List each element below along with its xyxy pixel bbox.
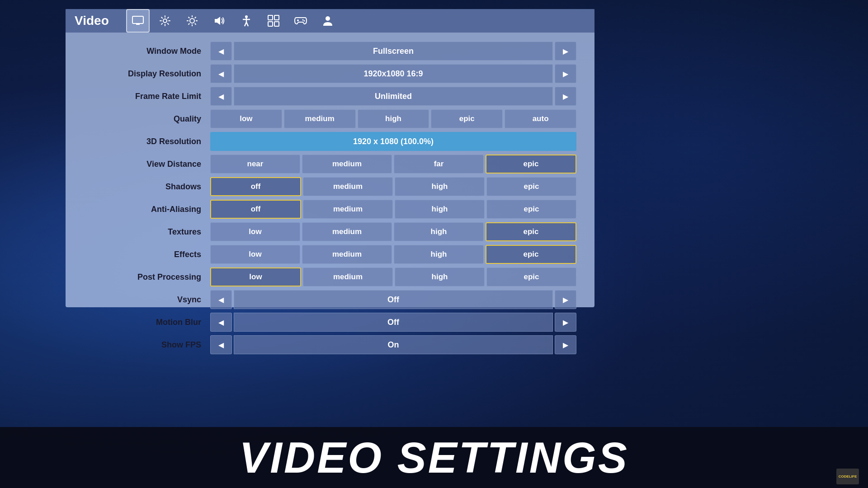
view-distance-label: View Distance xyxy=(84,160,210,169)
tab-audio[interactable] xyxy=(208,9,231,33)
svg-rect-21 xyxy=(268,22,273,26)
anti-aliasing-high[interactable]: high xyxy=(395,200,485,219)
frame-rate-next[interactable]: ▶ xyxy=(555,87,576,106)
motion-blur-row: Motion Blur ◀ Off ▶ xyxy=(84,313,576,332)
settings-panel: Video xyxy=(66,9,594,307)
shadows-high[interactable]: high xyxy=(395,177,485,196)
shadows-epic[interactable]: epic xyxy=(486,177,576,196)
tab-settings[interactable] xyxy=(153,9,177,33)
view-distance-far[interactable]: far xyxy=(394,155,484,174)
effects-label: Effects xyxy=(84,250,210,259)
motion-blur-prev[interactable]: ◀ xyxy=(210,313,232,332)
svg-line-12 xyxy=(188,23,189,25)
post-processing-row: Post Processing low medium high epic xyxy=(84,267,576,286)
quality-high[interactable]: high xyxy=(358,109,429,128)
anti-aliasing-epic[interactable]: epic xyxy=(486,200,576,219)
shadows-off[interactable]: off xyxy=(210,177,301,196)
frame-rate-label: Frame Rate Limit xyxy=(84,92,210,101)
tab-bar: Video xyxy=(66,9,594,33)
window-mode-row: Window Mode ◀ Fullscreen ▶ xyxy=(84,42,576,61)
view-distance-epic[interactable]: epic xyxy=(486,155,576,174)
show-fps-prev[interactable]: ◀ xyxy=(210,335,232,354)
svg-line-18 xyxy=(246,22,248,26)
window-mode-next[interactable]: ▶ xyxy=(555,42,576,61)
textures-medium[interactable]: medium xyxy=(302,222,392,241)
post-processing-epic[interactable]: epic xyxy=(486,267,576,286)
post-processing-options: low medium high epic xyxy=(210,267,576,286)
quality-medium[interactable]: medium xyxy=(284,109,356,128)
svg-rect-20 xyxy=(274,15,279,20)
quality-row: Quality low medium high epic auto xyxy=(84,109,576,128)
shadows-medium[interactable]: medium xyxy=(303,177,393,196)
svg-point-25 xyxy=(302,19,303,21)
svg-point-27 xyxy=(326,16,330,21)
display-resolution-prev[interactable]: ◀ xyxy=(210,64,232,83)
svg-rect-0 xyxy=(132,16,143,23)
quality-epic[interactable]: epic xyxy=(431,109,503,128)
tab-brightness[interactable] xyxy=(180,9,204,33)
vsync-next[interactable]: ▶ xyxy=(555,290,576,309)
vsync-label: Vsync xyxy=(84,295,210,305)
display-resolution-label: Display Resolution xyxy=(84,69,210,79)
logo: CODELIFE xyxy=(836,469,859,484)
resolution-3d-row: 3D Resolution 868 x 488 (100.0%) xyxy=(84,132,576,151)
quality-auto[interactable]: auto xyxy=(505,109,576,128)
view-distance-medium[interactable]: medium xyxy=(302,155,392,174)
show-fps-value: On xyxy=(234,335,553,354)
vsync-row: Vsync ◀ Off ▶ xyxy=(84,290,576,309)
frame-rate-prev[interactable]: ◀ xyxy=(210,87,232,106)
svg-point-3 xyxy=(163,19,167,23)
window-mode-value: Fullscreen xyxy=(234,42,553,61)
anti-aliasing-options: off medium high epic xyxy=(210,200,576,219)
bottom-banner: VIDEO SETTINGS CODELIFE xyxy=(0,427,868,488)
window-mode-prev[interactable]: ◀ xyxy=(210,42,232,61)
vsync-value: Off xyxy=(234,290,553,309)
post-processing-label: Post Processing xyxy=(84,272,210,282)
anti-aliasing-off[interactable]: off xyxy=(210,200,301,219)
view-distance-near[interactable]: near xyxy=(210,155,300,174)
effects-epic[interactable]: epic xyxy=(486,245,576,264)
tab-network[interactable] xyxy=(262,9,285,33)
shadows-label: Shadows xyxy=(84,182,210,192)
effects-row: Effects low medium high epic xyxy=(84,245,576,264)
window-mode-label: Window Mode xyxy=(84,47,210,56)
quality-options: low medium high epic auto xyxy=(210,109,576,128)
vsync-prev[interactable]: ◀ xyxy=(210,290,232,309)
svg-point-26 xyxy=(303,20,305,22)
textures-row: Textures low medium high epic xyxy=(84,222,576,241)
svg-point-14 xyxy=(245,15,248,18)
shadows-options: off medium high epic xyxy=(210,177,576,196)
effects-high[interactable]: high xyxy=(394,245,484,264)
tab-video[interactable] xyxy=(126,9,150,33)
frame-rate-limit-row: Frame Rate Limit ◀ Unlimited ▶ xyxy=(84,87,576,106)
textures-epic[interactable]: epic xyxy=(486,222,576,241)
motion-blur-next[interactable]: ▶ xyxy=(555,313,576,332)
display-resolution-next[interactable]: ▶ xyxy=(555,64,576,83)
show-fps-row: Show FPS ◀ On ▶ xyxy=(84,335,576,354)
post-processing-medium[interactable]: medium xyxy=(303,267,393,286)
show-fps-label: Show FPS xyxy=(84,340,210,350)
textures-options: low medium high epic xyxy=(210,222,576,241)
textures-label: Textures xyxy=(84,227,210,237)
post-processing-low[interactable]: low xyxy=(210,267,301,286)
quality-label: Quality xyxy=(84,114,210,124)
tab-controller[interactable] xyxy=(289,9,312,33)
svg-line-11 xyxy=(194,17,196,19)
post-processing-high[interactable]: high xyxy=(395,267,485,286)
display-resolution-row: Display Resolution ◀ 868x488 16:9 ▶ xyxy=(84,64,576,83)
resolution-3d-label: 3D Resolution xyxy=(84,137,210,146)
view-distance-options: near medium far epic xyxy=(210,155,576,174)
textures-low[interactable]: low xyxy=(210,222,300,241)
anti-aliasing-medium[interactable]: medium xyxy=(303,200,393,219)
effects-low[interactable]: low xyxy=(210,245,300,264)
tab-account[interactable] xyxy=(316,9,340,33)
resolution-3d-value: 868 x 488 (100.0%) xyxy=(210,132,576,151)
svg-line-9 xyxy=(188,17,189,19)
textures-high[interactable]: high xyxy=(394,222,484,241)
display-resolution-value: 868x488 16:9 xyxy=(234,64,553,83)
show-fps-next[interactable]: ▶ xyxy=(555,335,576,354)
tab-accessibility[interactable] xyxy=(235,9,258,33)
svg-point-4 xyxy=(190,19,194,23)
effects-medium[interactable]: medium xyxy=(302,245,392,264)
quality-low[interactable]: low xyxy=(210,109,282,128)
